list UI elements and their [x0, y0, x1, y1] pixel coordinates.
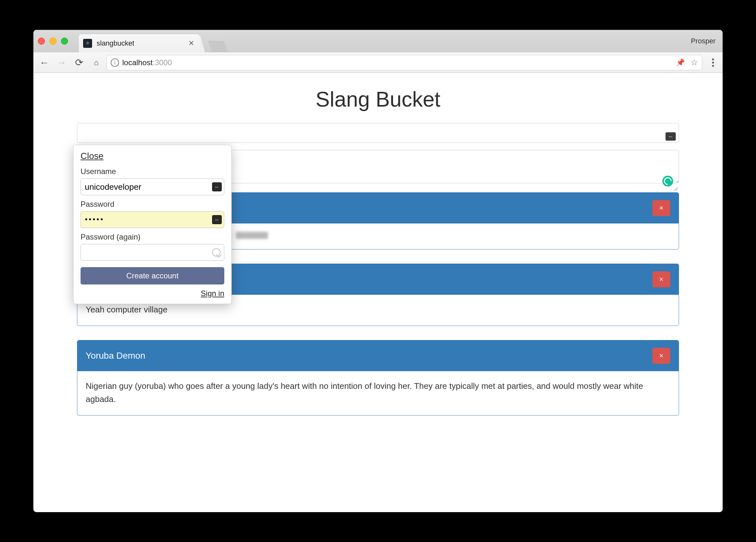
- close-window-button[interactable]: [38, 38, 45, 45]
- username-label: Username: [81, 167, 224, 176]
- slang-card-body: Nigerian guy (yoruba) who goes after a y…: [77, 371, 679, 415]
- forward-button[interactable]: →: [55, 56, 69, 69]
- pin-icon[interactable]: 📌: [676, 58, 685, 67]
- password-input[interactable]: [81, 211, 224, 228]
- toolbar: ← → ⟳ ⌂ i localhost:3000 📌 ☆: [33, 52, 723, 73]
- reload-button[interactable]: ⟳: [72, 56, 86, 69]
- browser-window: ⚛ slangbucket ✕ Prosper ← → ⟳ ⌂ i localh…: [33, 30, 723, 512]
- browser-tab[interactable]: ⚛ slangbucket ✕: [78, 34, 200, 52]
- tab-strip: ⚛ slangbucket ✕ Prosper: [33, 30, 723, 52]
- address-bar[interactable]: i localhost:3000 📌 ☆: [107, 55, 702, 70]
- close-tab-icon[interactable]: ✕: [188, 40, 194, 47]
- textarea-resize-grip[interactable]: [673, 186, 678, 191]
- auth-popover: Close Username ••• Password ••• Password…: [73, 145, 232, 304]
- create-account-button[interactable]: Create account: [81, 267, 224, 285]
- delete-slang-button[interactable]: ×: [652, 271, 670, 288]
- password-manager-icon[interactable]: •••: [212, 182, 222, 191]
- slang-card-header: Yoruba Demon ×: [77, 340, 679, 371]
- window-controls: [38, 38, 68, 45]
- new-tab-button[interactable]: [208, 41, 228, 52]
- password-again-input[interactable]: [81, 244, 224, 261]
- back-button[interactable]: ←: [37, 56, 51, 69]
- delete-slang-button[interactable]: ×: [652, 200, 670, 216]
- password-manager-icon[interactable]: •••: [212, 215, 222, 224]
- bookmark-star-icon[interactable]: ☆: [691, 57, 698, 67]
- url-host: localhost: [122, 58, 153, 67]
- username-input[interactable]: [81, 178, 224, 195]
- grammarly-icon[interactable]: [662, 176, 673, 186]
- react-favicon-icon: ⚛: [83, 39, 92, 48]
- password-label: Password: [81, 200, 224, 209]
- delete-slang-button[interactable]: ×: [652, 348, 670, 364]
- close-popover-link[interactable]: Close: [81, 151, 104, 161]
- browser-menu-button[interactable]: [707, 58, 719, 67]
- password-again-label: Password (again): [81, 232, 224, 241]
- minimize-window-button[interactable]: [49, 38, 56, 45]
- password-manager-icon[interactable]: •••: [666, 132, 676, 141]
- autofill-icon[interactable]: [212, 248, 220, 256]
- maximize-window-button[interactable]: [61, 38, 68, 45]
- tab-title: slangbucket: [97, 39, 184, 47]
- viewport: Slang Bucket ••• ×: [33, 73, 723, 512]
- sign-in-link[interactable]: Sign in: [81, 289, 224, 298]
- slang-input[interactable]: [77, 123, 679, 143]
- home-button[interactable]: ⌂: [89, 56, 103, 69]
- profile-name[interactable]: Prosper: [691, 37, 718, 45]
- slang-card-title: Yoruba Demon: [86, 351, 145, 361]
- slang-card: Yoruba Demon × Nigerian guy (yoruba) who…: [77, 340, 679, 416]
- url-port: :3000: [153, 58, 172, 67]
- site-info-icon[interactable]: i: [111, 58, 119, 67]
- page-title: Slang Bucket: [77, 87, 679, 111]
